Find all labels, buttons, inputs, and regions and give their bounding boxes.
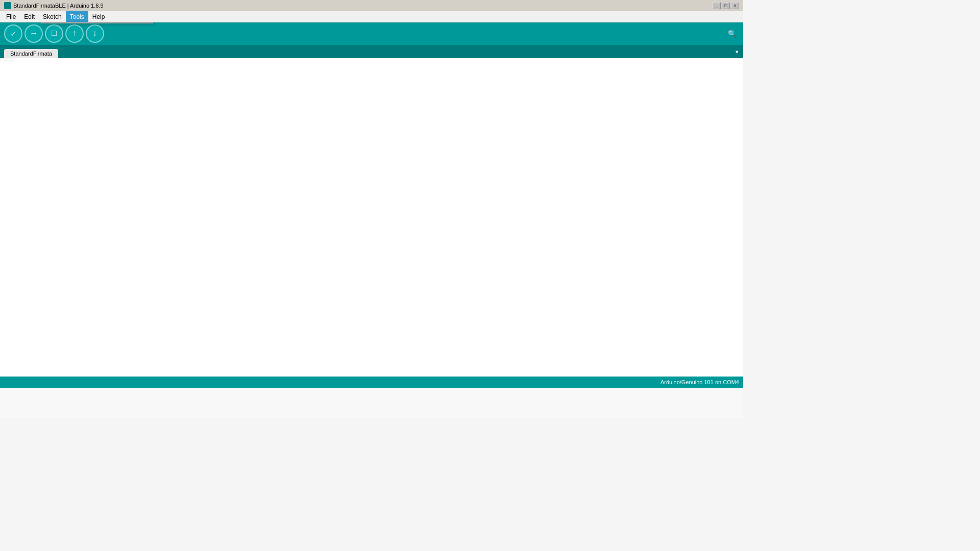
search-icon[interactable]: 🔍 <box>725 27 739 41</box>
menu-edit[interactable]: Edit <box>20 11 39 22</box>
save-button[interactable]: ↓ <box>86 24 104 43</box>
title-bar: StandardFirmataBLE | Arduino 1.6.9 _ □ × <box>0 0 743 11</box>
bottom-panel <box>0 388 743 418</box>
maximize-button[interactable]: □ <box>722 2 730 9</box>
title-bar-text: StandardFirmataBLE | Arduino 1.6.9 <box>13 3 104 9</box>
app-icon <box>4 2 11 9</box>
verify-button[interactable]: ✓ <box>4 24 22 43</box>
tab-label: StandardFirmata <box>10 51 52 57</box>
line-numbers <box>0 58 14 62</box>
menu-tools[interactable]: Tools <box>66 11 88 22</box>
tab-bar: StandardFirmata ▾ <box>0 45 743 58</box>
menu-file[interactable]: File <box>2 11 20 22</box>
menu-bar: File Edit Sketch Tools Help <box>0 11 743 22</box>
minimize-button[interactable]: _ <box>713 2 721 9</box>
code-area[interactable] <box>15 58 743 377</box>
editor-tab[interactable]: StandardFirmata <box>4 49 58 58</box>
code-editor <box>0 58 743 377</box>
tab-scroll-right[interactable]: ▾ <box>731 47 743 56</box>
close-button[interactable]: × <box>731 2 739 9</box>
toolbar: ✓ → □ ↑ ↓ 🔍 <box>0 22 743 45</box>
open-button[interactable]: ↑ <box>65 24 84 43</box>
menu-help[interactable]: Help <box>88 11 109 22</box>
new-button[interactable]: □ <box>45 24 63 43</box>
upload-button[interactable]: → <box>24 24 43 43</box>
board-info: Arduino/Genuino 101 on COM4 <box>660 379 739 385</box>
title-bar-left: StandardFirmataBLE | Arduino 1.6.9 <box>4 2 104 9</box>
status-bar: Arduino/Genuino 101 on COM4 <box>0 377 743 388</box>
title-bar-controls[interactable]: _ □ × <box>713 2 739 9</box>
menu-sketch[interactable]: Sketch <box>39 11 66 22</box>
tools-menu[interactable] <box>41 22 153 23</box>
